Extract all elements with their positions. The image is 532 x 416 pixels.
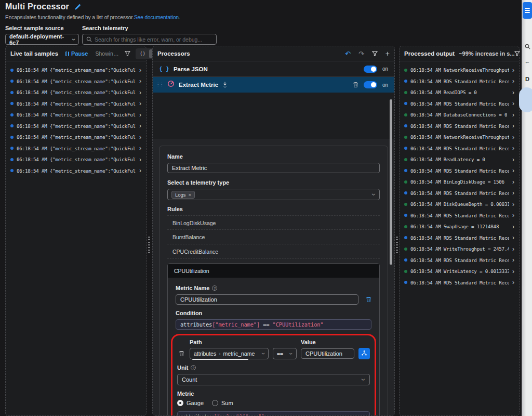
edit-title-icon[interactable]	[74, 4, 81, 10]
condition-value-input[interactable]	[301, 348, 354, 359]
chevron-right-icon[interactable]: ›	[509, 245, 514, 253]
chevron-right-icon[interactable]: ›	[509, 189, 514, 197]
list-item[interactable]: 06:18:54 AM{"metric_stream_name":"QuickF…	[6, 132, 146, 143]
delete-rule-icon[interactable]	[366, 296, 371, 303]
list-item[interactable]: 06:18:54 AMReadLatency = 0 ›	[400, 154, 519, 165]
chevron-right-icon[interactable]: ›	[509, 167, 514, 174]
chevron-right-icon[interactable]: ›	[509, 134, 514, 141]
see-documentation-link[interactable]: See documentation.	[134, 15, 180, 20]
redo-icon[interactable]: ↷	[358, 50, 364, 58]
list-item[interactable]: 06:18:54 AMSwapUsage = 11214848 ›	[400, 221, 519, 232]
list-item[interactable]: 06:18:54 AMRDS Standard Metric Receiv… ›	[400, 188, 519, 199]
extension-letter[interactable]: D	[522, 76, 532, 82]
chip-close-icon[interactable]: ×	[189, 192, 192, 198]
help-icon[interactable]: ?	[191, 365, 196, 370]
unit-select[interactable]: Count ›	[177, 374, 370, 385]
list-item[interactable]: 06:18:54 AM{"metric_stream_name":"QuickF…	[6, 154, 146, 165]
panel-resize-handle[interactable]	[148, 237, 150, 253]
list-item[interactable]: 06:18:54 AMRDS Standard Metric Receiv… ›	[400, 98, 519, 110]
list-item[interactable]: 06:18:54 AMRDS Standard Metric Receiv… ›	[400, 232, 519, 244]
chevron-right-icon[interactable]: ›	[509, 77, 514, 85]
list-item[interactable]: 06:18:54 AM{"metric_stream_name":"QuickF…	[6, 143, 146, 154]
chevron-right-icon[interactable]: ›	[509, 145, 514, 152]
list-item[interactable]: 06:18:54 AM{"metric_stream_name":"QuickF…	[6, 87, 146, 98]
rule-row[interactable]: CPUCreditBalance	[167, 244, 380, 259]
chevron-right-icon[interactable]: ›	[509, 268, 514, 275]
list-item[interactable]: 06:18:54 AM{"metric_stream_name":"QuickF…	[6, 165, 146, 177]
list-item[interactable]: 06:18:54 AMWriteLatency = 0.001333333… ›	[400, 266, 519, 277]
list-item[interactable]: 06:18:54 AM{"metric_stream_name":"QuickF…	[6, 98, 146, 110]
scrollbar-thumb[interactable]	[390, 99, 392, 265]
chevron-right-icon[interactable]: ›	[509, 178, 514, 186]
chevron-right-icon[interactable]: ›	[136, 122, 141, 129]
list-item[interactable]: 06:18:54 AMDatabaseConnections = 0 ›	[400, 109, 519, 121]
radio-sum[interactable]: Sum	[212, 400, 233, 406]
telemetry-type-select[interactable]: Logs × ›	[167, 189, 380, 200]
enable-toggle[interactable]	[364, 66, 377, 73]
chevron-right-icon[interactable]: ›	[509, 156, 514, 163]
list-item[interactable]: 06:18:54 AMRDS Standard Metric Receiv… ›	[400, 143, 519, 154]
add-processor-button[interactable]: +	[385, 49, 390, 58]
chevron-right-icon[interactable]: ›	[136, 156, 141, 163]
telemetry-search[interactable]	[82, 34, 217, 45]
chevron-right-icon[interactable]: ›	[136, 89, 141, 96]
undo-icon[interactable]: ↶	[345, 50, 351, 58]
processor-name-input[interactable]	[167, 163, 380, 173]
search-input[interactable]	[95, 36, 212, 43]
list-item[interactable]: 06:18:54 AMRDS Standard Metric Receiv… ›	[400, 165, 519, 177]
list-item[interactable]: 06:18:54 AMRDS Standard Metric Receiv… ›	[400, 76, 519, 87]
delete-condition-icon[interactable]	[177, 350, 185, 357]
metric-value-code[interactable]: attributes["value"]["sum"]	[177, 411, 370, 415]
chevron-right-icon[interactable]: ›	[509, 122, 514, 129]
list-item[interactable]: 06:18:54 AMRDS Standard Metric Receiv… ›	[400, 255, 519, 266]
chevron-right-icon[interactable]: ›	[509, 67, 514, 74]
path-select[interactable]: attributes › metric_name ›	[190, 348, 269, 359]
sample-source-select[interactable]: default-deployment-6c7 ›	[5, 34, 79, 45]
chevron-right-icon[interactable]: ›	[136, 77, 141, 85]
expanded-rule-header[interactable]: CPUUtilization	[168, 264, 379, 278]
list-item[interactable]: 06:18:54 AMWriteThroughput = 2457.477… ›	[400, 243, 519, 255]
processor-row-parse-json[interactable]: { } Parse JSON on	[153, 61, 394, 77]
list-item[interactable]: 06:18:54 AM{"metric_stream_name":"QuickF…	[6, 109, 146, 121]
list-item[interactable]: 06:18:54 AM{"metric_stream_name":"QuickF…	[6, 121, 146, 132]
chevron-right-icon[interactable]: ›	[509, 234, 514, 241]
search-icon[interactable]	[522, 44, 532, 50]
trash-icon[interactable]	[353, 82, 358, 88]
list-item[interactable]: 06:18:54 AMNetworkReceiveThroughput =… ›	[400, 64, 519, 76]
panel-resize-handle[interactable]	[396, 237, 398, 253]
chevron-right-icon[interactable]: ›	[509, 201, 514, 208]
list-item[interactable]: 06:18:54 AM{"metric_stream_name":"QuickF…	[6, 76, 146, 87]
chevron-right-icon[interactable]: ›	[136, 111, 141, 119]
enable-toggle[interactable]	[364, 81, 377, 88]
chevron-right-icon[interactable]: ›	[136, 100, 141, 107]
chevron-right-icon[interactable]: ›	[509, 279, 514, 286]
extension-bubble[interactable]	[519, 87, 532, 112]
list-item[interactable]: 06:18:54 AMRDS Standard Metric Receiv… ›	[400, 121, 519, 132]
filter-icon[interactable]	[372, 51, 378, 56]
chevron-right-icon[interactable]: ›	[509, 223, 514, 230]
chevron-right-icon[interactable]: ›	[509, 256, 514, 264]
metric-name-input[interactable]	[176, 294, 358, 305]
list-item[interactable]: 06:18:54 AM{"metric_stream_name":"QuickF…	[6, 64, 146, 76]
chevron-right-icon[interactable]: ›	[136, 145, 141, 152]
help-icon[interactable]: ?	[212, 285, 217, 291]
list-item[interactable]: 06:18:54 AMDiskQueueDepth = 0.0003166… ›	[400, 199, 519, 210]
list-item[interactable]: 06:18:54 AMRDS Standard Metric Receiv… ›	[400, 210, 519, 222]
chevron-right-icon[interactable]: ›	[509, 111, 514, 119]
filter-icon[interactable]	[125, 51, 130, 56]
chevron-right-icon[interactable]: ›	[509, 212, 514, 219]
chevron-right-icon[interactable]: ›	[509, 89, 514, 96]
list-item[interactable]: 06:18:54 AMReadIOPS = 0 ›	[400, 87, 519, 98]
chevron-right-icon[interactable]: ›	[136, 167, 141, 174]
json-view-button[interactable]: ()	[137, 49, 148, 58]
chevron-right-icon[interactable]: ›	[509, 100, 514, 107]
pause-button[interactable]: Pause	[65, 50, 88, 57]
radio-gauge[interactable]: Gauge	[177, 400, 204, 406]
list-item[interactable]: 06:18:54 AMNetworkReceiveThroughput =… ›	[400, 132, 519, 143]
filter-icon[interactable]	[514, 51, 520, 56]
rule-row[interactable]: BinLogDiskUsage	[167, 215, 380, 230]
advanced-mode-button[interactable]	[358, 348, 370, 359]
chevron-right-icon[interactable]: ›	[136, 67, 141, 74]
condition-code[interactable]: attributes["metric_name"] == "CPUUtiliza…	[176, 319, 371, 330]
chevron-right-icon[interactable]: ›	[136, 134, 141, 141]
